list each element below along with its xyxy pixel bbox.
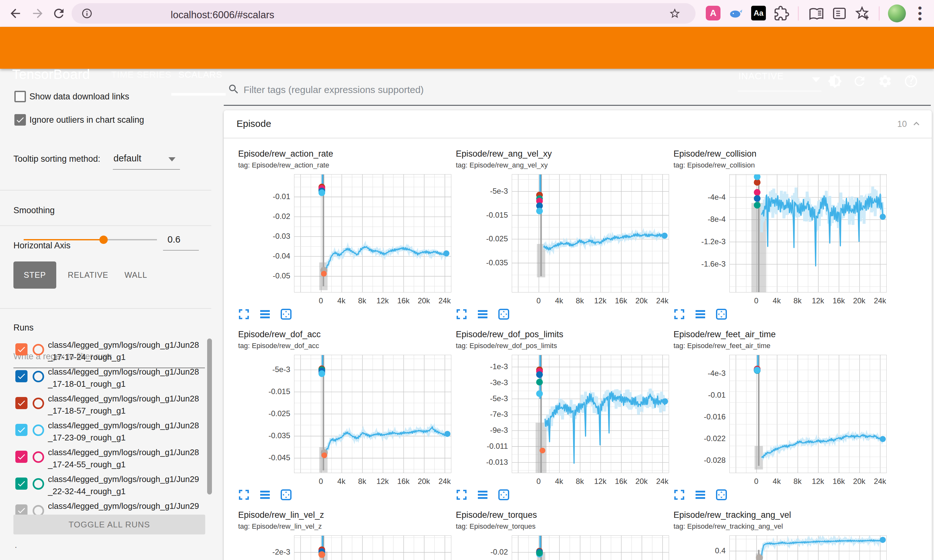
chart-plot[interactable] — [729, 535, 887, 560]
run-solo-radio[interactable] — [32, 478, 44, 490]
fit-domain-icon[interactable] — [497, 308, 510, 321]
section-count-badge: 10 — [897, 119, 907, 129]
back-icon[interactable] — [8, 6, 22, 20]
scalar-chart-card: Episode/rew_dof_pos_limitstag: Episode/r… — [446, 321, 664, 502]
x-tick-label: 8k — [793, 477, 801, 486]
tab-scalars[interactable]: SCALARS — [178, 70, 223, 80]
tooltip-sorting-select[interactable]: default — [114, 153, 141, 164]
y-tick-label: -0.015 — [455, 211, 508, 220]
sidebar-divider-3 — [0, 308, 211, 309]
brightness-icon[interactable] — [828, 74, 842, 89]
whale-extension-icon[interactable] — [728, 6, 743, 21]
x-tick-label: 12k — [377, 296, 389, 305]
fit-domain-icon[interactable] — [497, 488, 510, 501]
settings-gear-icon[interactable] — [878, 74, 892, 89]
toggle-runs-icon[interactable] — [694, 308, 707, 321]
chart-plot[interactable] — [512, 174, 669, 292]
chart-plot[interactable] — [294, 355, 451, 473]
run-visibility-checkbox[interactable] — [15, 370, 28, 382]
fit-domain-icon[interactable] — [715, 488, 728, 501]
run-solo-radio[interactable] — [32, 398, 44, 409]
toggle-runs-icon[interactable] — [259, 488, 271, 501]
run-solo-radio[interactable] — [32, 425, 44, 436]
expand-chart-icon[interactable] — [455, 488, 468, 501]
search-icon — [228, 83, 240, 95]
fit-domain-icon[interactable] — [280, 488, 292, 501]
expand-chart-icon[interactable] — [237, 308, 250, 321]
smoothing-value-underline — [163, 250, 199, 251]
chart-tag: tag: Episode/rew_dof_pos_limits — [456, 342, 557, 350]
chart-plot[interactable] — [294, 174, 451, 292]
run-status-select[interactable]: INACTIVE — [739, 71, 784, 82]
help-icon[interactable] — [904, 74, 918, 89]
chart-title: Episode/rew_action_rate — [238, 149, 333, 159]
show-download-links-checkbox[interactable] — [14, 91, 26, 102]
toggle-runs-icon[interactable] — [476, 308, 489, 321]
y-tick-label: -0.01 — [673, 391, 726, 400]
ignore-outliers-checkbox[interactable] — [14, 114, 26, 126]
profile-avatar[interactable] — [888, 5, 906, 22]
run-visibility-checkbox[interactable] — [15, 451, 28, 463]
chart-plot[interactable] — [512, 355, 669, 473]
expand-chart-icon[interactable] — [673, 308, 686, 321]
run-visibility-checkbox[interactable] — [15, 424, 28, 436]
runs-label: Runs — [14, 323, 34, 333]
chart-plot[interactable] — [729, 174, 887, 292]
smoothing-slider-thumb[interactable] — [99, 235, 108, 244]
axis-wall-button[interactable]: WALL — [123, 262, 149, 289]
translate-extension-icon[interactable]: A — [706, 6, 720, 20]
status-caret-icon[interactable] — [812, 77, 820, 82]
run-name: class4/legged_gym/logs/rough_g1/Jun28_17… — [48, 446, 203, 471]
chart-tag: tag: Episode/rew_ang_vel_xy — [456, 161, 548, 169]
x-tick-label: 20k — [418, 477, 430, 486]
runs-scrollbar[interactable] — [207, 338, 212, 494]
forward-icon[interactable] — [31, 6, 45, 20]
y-tick-label: -5e-3 — [455, 187, 508, 195]
y-tick-label: -0.01 — [237, 192, 290, 201]
toggle-runs-icon[interactable] — [694, 488, 707, 501]
tooltip-sorting-caret-icon — [168, 157, 175, 162]
chart-tag: tag: Episode/rew_feet_air_time — [674, 342, 770, 350]
chart-toolbar — [455, 488, 510, 501]
collapse-section-icon[interactable] — [911, 118, 922, 129]
browser-menu-icon[interactable]: ••• — [918, 5, 921, 22]
run-solo-radio[interactable] — [32, 451, 44, 463]
chart-plot[interactable] — [294, 535, 451, 560]
y-tick-label: -0.022 — [673, 434, 726, 443]
bookmark-star-icon[interactable] — [669, 7, 681, 20]
fit-domain-icon[interactable] — [280, 308, 292, 321]
site-info-icon[interactable] — [81, 8, 93, 19]
expand-chart-icon[interactable] — [237, 488, 250, 501]
run-visibility-checkbox[interactable] — [15, 477, 28, 490]
toggle-runs-icon[interactable] — [476, 488, 489, 501]
filter-tags-input[interactable]: Filter tags (regular expressions support… — [243, 85, 424, 95]
tab-time-series[interactable]: TIME SERIES — [111, 70, 171, 80]
fit-domain-icon[interactable] — [715, 308, 728, 321]
side-panel-icon[interactable] — [832, 6, 847, 21]
axis-step-button[interactable]: STEP — [14, 262, 56, 289]
refresh-icon[interactable] — [852, 74, 867, 89]
run-solo-radio[interactable] — [32, 371, 44, 382]
y-tick-label: -0.015 — [237, 387, 290, 396]
chart-plot[interactable] — [729, 355, 887, 473]
smoothing-value[interactable]: 0.6 — [168, 234, 180, 245]
run-visibility-checkbox[interactable] — [15, 397, 28, 409]
chart-title: Episode/rew_collision — [674, 149, 757, 159]
sidebar-footer-dot: . — [15, 540, 17, 550]
expand-chart-icon[interactable] — [673, 488, 686, 501]
expand-chart-icon[interactable] — [455, 308, 468, 321]
chart-plot[interactable] — [512, 535, 669, 560]
fonts-extension-icon[interactable]: Aa — [751, 6, 766, 20]
toggle-runs-icon[interactable] — [259, 308, 271, 321]
run-visibility-checkbox[interactable] — [15, 343, 28, 355]
address-bar[interactable]: localhost:6006/#scalars — [72, 3, 695, 24]
section-title[interactable]: Episode — [237, 118, 271, 129]
reload-icon[interactable] — [52, 6, 66, 20]
run-solo-radio[interactable] — [32, 344, 44, 355]
toggle-all-runs-button[interactable]: TOGGLE ALL RUNS — [14, 515, 205, 534]
extensions-puzzle-icon[interactable] — [774, 6, 789, 21]
axis-relative-button[interactable]: RELATIVE — [68, 262, 104, 289]
reading-list-icon[interactable] — [809, 6, 825, 21]
run-name: class4/legged_gym/logs/rough_g1/Jun29_22… — [48, 473, 203, 497]
bookmarks-sparkle-icon[interactable] — [854, 6, 869, 21]
